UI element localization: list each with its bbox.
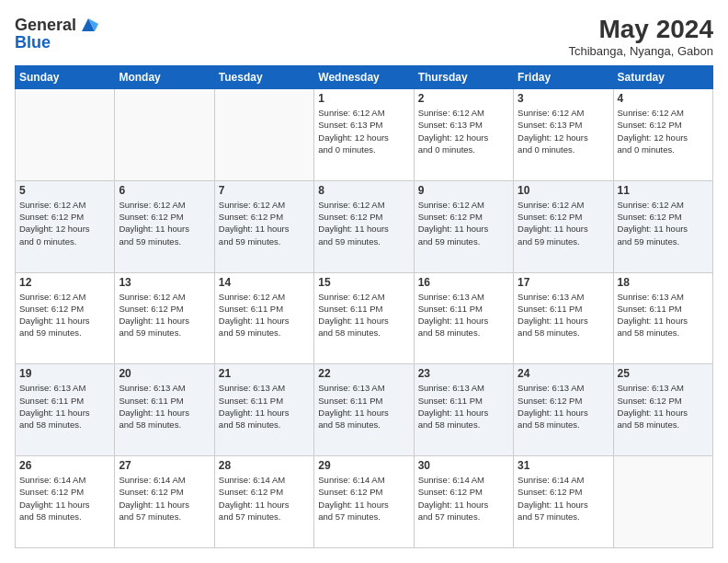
day-number: 8 bbox=[318, 184, 409, 197]
day-info: Sunrise: 6:13 AMSunset: 6:11 PMDaylight:… bbox=[219, 382, 310, 431]
day-info: Sunrise: 6:14 AMSunset: 6:12 PMDaylight:… bbox=[418, 474, 509, 523]
calendar-cell: 17Sunrise: 6:13 AMSunset: 6:11 PMDayligh… bbox=[514, 272, 613, 364]
day-info: Sunrise: 6:13 AMSunset: 6:11 PMDaylight:… bbox=[618, 291, 709, 339]
day-number: 13 bbox=[119, 276, 210, 289]
day-info: Sunrise: 6:12 AMSunset: 6:12 PMDaylight:… bbox=[618, 199, 709, 247]
calendar-cell: 3Sunrise: 6:12 AMSunset: 6:13 PMDaylight… bbox=[514, 89, 613, 181]
title-block: May 2024 Tchibanga, Nyanga, Gabon bbox=[568, 15, 713, 58]
day-number: 16 bbox=[418, 276, 509, 289]
month-year: May 2024 bbox=[568, 15, 713, 44]
calendar-cell: 8Sunrise: 6:12 AMSunset: 6:12 PMDaylight… bbox=[314, 180, 414, 272]
day-info: Sunrise: 6:12 AMSunset: 6:12 PMDaylight:… bbox=[418, 199, 509, 247]
day-info: Sunrise: 6:12 AMSunset: 6:12 PMDaylight:… bbox=[618, 107, 709, 155]
calendar-cell: 20Sunrise: 6:13 AMSunset: 6:11 PMDayligh… bbox=[115, 364, 214, 456]
day-info: Sunrise: 6:12 AMSunset: 6:12 PMDaylight:… bbox=[119, 199, 210, 247]
day-info: Sunrise: 6:12 AMSunset: 6:12 PMDaylight:… bbox=[219, 199, 310, 247]
calendar-cell: 16Sunrise: 6:13 AMSunset: 6:11 PMDayligh… bbox=[414, 272, 513, 364]
day-number: 29 bbox=[318, 459, 409, 472]
day-info: Sunrise: 6:12 AMSunset: 6:12 PMDaylight:… bbox=[119, 291, 210, 339]
logo-icon bbox=[78, 15, 98, 35]
calendar-cell: 7Sunrise: 6:12 AMSunset: 6:12 PMDaylight… bbox=[214, 180, 313, 272]
day-number: 1 bbox=[318, 92, 409, 105]
day-info: Sunrise: 6:13 AMSunset: 6:11 PMDaylight:… bbox=[418, 291, 509, 339]
day-number: 3 bbox=[518, 92, 609, 105]
calendar-cell: 25Sunrise: 6:13 AMSunset: 6:12 PMDayligh… bbox=[613, 364, 712, 456]
day-number: 6 bbox=[119, 184, 210, 197]
day-info: Sunrise: 6:14 AMSunset: 6:12 PMDaylight:… bbox=[119, 474, 210, 523]
logo-blue-text: Blue bbox=[15, 33, 98, 52]
calendar-cell bbox=[214, 89, 313, 181]
day-number: 28 bbox=[219, 459, 310, 472]
header-thursday: Thursday bbox=[414, 66, 513, 89]
day-info: Sunrise: 6:12 AMSunset: 6:13 PMDaylight:… bbox=[418, 107, 509, 155]
calendar-header-row: Sunday Monday Tuesday Wednesday Thursday… bbox=[16, 66, 713, 89]
day-info: Sunrise: 6:12 AMSunset: 6:13 PMDaylight:… bbox=[518, 107, 609, 155]
day-number: 21 bbox=[219, 367, 310, 380]
day-number: 27 bbox=[119, 459, 210, 472]
header-friday: Friday bbox=[514, 66, 613, 89]
day-info: Sunrise: 6:12 AMSunset: 6:11 PMDaylight:… bbox=[318, 291, 409, 339]
day-number: 12 bbox=[19, 276, 110, 289]
header: General Blue May 2024 Tchibanga, Nyanga,… bbox=[15, 15, 713, 58]
calendar-cell: 24Sunrise: 6:13 AMSunset: 6:12 PMDayligh… bbox=[514, 364, 613, 456]
calendar-cell: 22Sunrise: 6:13 AMSunset: 6:11 PMDayligh… bbox=[314, 364, 414, 456]
calendar-cell: 26Sunrise: 6:14 AMSunset: 6:12 PMDayligh… bbox=[16, 456, 115, 548]
day-info: Sunrise: 6:13 AMSunset: 6:11 PMDaylight:… bbox=[119, 382, 210, 431]
calendar-cell: 31Sunrise: 6:14 AMSunset: 6:12 PMDayligh… bbox=[514, 456, 613, 548]
calendar-cell: 5Sunrise: 6:12 AMSunset: 6:12 PMDaylight… bbox=[16, 180, 115, 272]
day-info: Sunrise: 6:12 AMSunset: 6:13 PMDaylight:… bbox=[318, 107, 409, 155]
day-info: Sunrise: 6:14 AMSunset: 6:12 PMDaylight:… bbox=[318, 474, 409, 523]
calendar-cell: 9Sunrise: 6:12 AMSunset: 6:12 PMDaylight… bbox=[414, 180, 513, 272]
day-number: 26 bbox=[19, 459, 110, 472]
day-info: Sunrise: 6:12 AMSunset: 6:12 PMDaylight:… bbox=[19, 199, 110, 247]
calendar-cell: 15Sunrise: 6:12 AMSunset: 6:11 PMDayligh… bbox=[314, 272, 414, 364]
calendar-cell: 23Sunrise: 6:13 AMSunset: 6:11 PMDayligh… bbox=[414, 364, 513, 456]
calendar-cell: 14Sunrise: 6:12 AMSunset: 6:11 PMDayligh… bbox=[214, 272, 313, 364]
day-number: 4 bbox=[618, 92, 709, 105]
calendar-cell: 10Sunrise: 6:12 AMSunset: 6:12 PMDayligh… bbox=[514, 180, 613, 272]
calendar-cell: 11Sunrise: 6:12 AMSunset: 6:12 PMDayligh… bbox=[613, 180, 712, 272]
day-info: Sunrise: 6:13 AMSunset: 6:12 PMDaylight:… bbox=[618, 382, 709, 431]
day-info: Sunrise: 6:12 AMSunset: 6:12 PMDaylight:… bbox=[518, 199, 609, 247]
day-number: 7 bbox=[219, 184, 310, 197]
logo: General Blue bbox=[15, 15, 98, 52]
header-tuesday: Tuesday bbox=[214, 66, 313, 89]
calendar-cell: 18Sunrise: 6:13 AMSunset: 6:11 PMDayligh… bbox=[613, 272, 712, 364]
day-number: 30 bbox=[418, 459, 509, 472]
header-wednesday: Wednesday bbox=[314, 66, 414, 89]
day-number: 25 bbox=[618, 367, 709, 380]
calendar-table: Sunday Monday Tuesday Wednesday Thursday… bbox=[15, 65, 713, 548]
calendar-week-row: 12Sunrise: 6:12 AMSunset: 6:12 PMDayligh… bbox=[16, 272, 713, 364]
calendar-week-row: 26Sunrise: 6:14 AMSunset: 6:12 PMDayligh… bbox=[16, 456, 713, 548]
calendar-cell: 19Sunrise: 6:13 AMSunset: 6:11 PMDayligh… bbox=[16, 364, 115, 456]
day-info: Sunrise: 6:13 AMSunset: 6:12 PMDaylight:… bbox=[518, 382, 609, 431]
calendar-cell: 1Sunrise: 6:12 AMSunset: 6:13 PMDaylight… bbox=[314, 89, 414, 181]
calendar-cell: 12Sunrise: 6:12 AMSunset: 6:12 PMDayligh… bbox=[16, 272, 115, 364]
day-info: Sunrise: 6:14 AMSunset: 6:12 PMDaylight:… bbox=[19, 474, 110, 523]
calendar-week-row: 19Sunrise: 6:13 AMSunset: 6:11 PMDayligh… bbox=[16, 364, 713, 456]
day-info: Sunrise: 6:14 AMSunset: 6:12 PMDaylight:… bbox=[518, 474, 609, 523]
header-sunday: Sunday bbox=[16, 66, 115, 89]
day-number: 5 bbox=[19, 184, 110, 197]
day-number: 23 bbox=[418, 367, 509, 380]
day-number: 10 bbox=[518, 184, 609, 197]
calendar-cell: 27Sunrise: 6:14 AMSunset: 6:12 PMDayligh… bbox=[115, 456, 214, 548]
day-number: 15 bbox=[318, 276, 409, 289]
day-info: Sunrise: 6:13 AMSunset: 6:11 PMDaylight:… bbox=[19, 382, 110, 431]
day-number: 9 bbox=[418, 184, 509, 197]
calendar-cell bbox=[16, 89, 115, 181]
day-number: 19 bbox=[19, 367, 110, 380]
calendar-cell bbox=[613, 456, 712, 548]
calendar-cell: 6Sunrise: 6:12 AMSunset: 6:12 PMDaylight… bbox=[115, 180, 214, 272]
day-info: Sunrise: 6:12 AMSunset: 6:11 PMDaylight:… bbox=[219, 291, 310, 339]
day-number: 17 bbox=[518, 276, 609, 289]
calendar-cell: 28Sunrise: 6:14 AMSunset: 6:12 PMDayligh… bbox=[214, 456, 313, 548]
day-info: Sunrise: 6:13 AMSunset: 6:11 PMDaylight:… bbox=[518, 291, 609, 339]
day-info: Sunrise: 6:14 AMSunset: 6:12 PMDaylight:… bbox=[219, 474, 310, 523]
day-number: 22 bbox=[318, 367, 409, 380]
calendar-cell: 29Sunrise: 6:14 AMSunset: 6:12 PMDayligh… bbox=[314, 456, 414, 548]
calendar-cell: 13Sunrise: 6:12 AMSunset: 6:12 PMDayligh… bbox=[115, 272, 214, 364]
calendar-cell bbox=[115, 89, 214, 181]
header-saturday: Saturday bbox=[613, 66, 712, 89]
location: Tchibanga, Nyanga, Gabon bbox=[568, 44, 713, 58]
